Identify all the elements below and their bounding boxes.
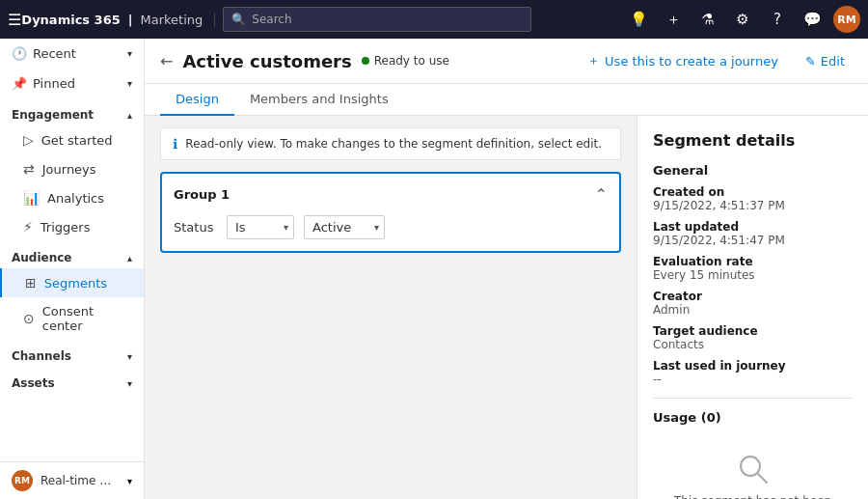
triggers-label: Triggers [41, 220, 91, 235]
readonly-notice-text: Read-only view. To make changes to the s… [185, 137, 602, 151]
svg-point-0 [741, 457, 760, 476]
assets-section[interactable]: Assets ▾ [0, 367, 144, 394]
creator-value: Admin [653, 303, 853, 317]
plus-journey-icon: ＋ [587, 52, 600, 69]
target-audience-value: Contacts [653, 338, 853, 351]
sidebar-item-journeys[interactable]: ⇄ Journeys [0, 154, 144, 183]
brand-sep: | [128, 13, 133, 27]
segment-details-title: Segment details [653, 131, 853, 150]
last-updated-value: 9/15/2022, 4:51:47 PM [653, 234, 853, 247]
analytics-icon: 📊 [23, 190, 40, 206]
status-dot [362, 57, 369, 65]
last-used-field: Last used in journey -- [653, 359, 853, 386]
brand-d365: Dynamics 365 [21, 13, 120, 27]
audience-label: Audience [12, 251, 71, 264]
value-select[interactable]: Active Inactive [304, 215, 385, 239]
help-icon[interactable]: ? [764, 6, 791, 33]
last-updated-label: Last updated [653, 220, 853, 234]
tab-design[interactable]: Design [160, 84, 234, 116]
general-section: General Created on 9/15/2022, 4:51:37 PM… [653, 163, 853, 386]
main-layout: 🕐 Recent ▾ 📌 Pinned ▾ Engagement ▴ ▷ Get… [0, 39, 868, 499]
divider [653, 398, 853, 399]
svg-line-1 [758, 474, 767, 483]
engagement-label: Engagement [12, 108, 94, 122]
last-used-label: Last used in journey [653, 359, 853, 373]
pin-icon: 📌 [12, 76, 27, 91]
top-nav: ☰ Dynamics 365 | Marketing 🔍 Search 💡 ＋ … [0, 0, 868, 39]
status-text: Ready to use [374, 54, 449, 68]
sidebar-recent[interactable]: 🕐 Recent ▾ [0, 39, 144, 69]
sidebar-bottom-brand[interactable]: RM Real-time marketi... ▾ [0, 461, 144, 499]
group-header: Group 1 ⌃ [174, 185, 608, 204]
group-collapse-icon[interactable]: ⌃ [595, 185, 608, 204]
get-started-icon: ▷ [23, 132, 34, 148]
operator-select[interactable]: Is Is not [227, 215, 294, 239]
edit-label: Edit [821, 54, 845, 69]
back-button[interactable]: ← [160, 52, 173, 70]
segments-label: Segments [44, 276, 107, 291]
tab-members-insights[interactable]: Members and Insights [234, 84, 404, 116]
edit-icon: ✎ [805, 54, 816, 69]
search-placeholder: Search [252, 13, 291, 26]
evaluation-rate-value: Every 15 minutes [653, 268, 853, 282]
sidebar-item-analytics[interactable]: 📊 Analytics [0, 183, 144, 212]
use-journey-label: Use this to create a journey [605, 54, 778, 69]
sidebar-item-get-started[interactable]: ▷ Get started [0, 125, 144, 154]
consent-center-label: Consent center [42, 304, 132, 333]
content-area: ← Active customers Ready to use ＋ Use th… [145, 39, 868, 499]
top-nav-icons: 💡 ＋ ⚗ ⚙ ? 💬 RM [625, 6, 860, 33]
sidebar-pinned[interactable]: 📌 Pinned ▾ [0, 69, 144, 98]
usage-empty-text: This segment has not been used in journe… [661, 494, 845, 499]
right-panel: Segment details General Created on 9/15/… [637, 116, 868, 499]
general-title: General [653, 163, 853, 178]
channels-chevron-icon: ▾ [127, 351, 132, 362]
recent-label: Recent [33, 46, 76, 61]
search-bar[interactable]: 🔍 Search [223, 7, 531, 32]
pinned-chevron-icon: ▾ [127, 78, 132, 89]
tabs-bar: Design Members and Insights [145, 84, 868, 116]
last-used-value: -- [653, 373, 853, 386]
get-started-label: Get started [41, 133, 113, 148]
sidebar-item-consent-center[interactable]: ⊙ Consent center [0, 297, 144, 340]
creator-label: Creator [653, 290, 853, 303]
use-journey-button[interactable]: ＋ Use this to create a journey [580, 48, 786, 73]
channels-section[interactable]: Channels ▾ [0, 340, 144, 367]
segment-body: ℹ Read-only view. To make changes to the… [145, 116, 868, 499]
journeys-label: Journeys [42, 162, 96, 177]
last-updated-field: Last updated 9/15/2022, 4:51:47 PM [653, 220, 853, 247]
settings-icon[interactable]: ⚙ [729, 6, 756, 33]
page-title: Active customers [182, 51, 351, 71]
operator-select-wrapper: Is Is not [227, 215, 294, 239]
readonly-notice: ℹ Read-only view. To make changes to the… [160, 127, 621, 160]
edit-button[interactable]: ✎ Edit [798, 50, 853, 72]
chat-icon[interactable]: 💬 [799, 6, 826, 33]
rm-avatar: RM [12, 470, 33, 491]
sidebar-bottom-chevron-icon: ▾ [127, 476, 132, 486]
journeys-icon: ⇄ [23, 161, 35, 177]
segments-icon: ⊞ [25, 275, 37, 291]
group-title: Group 1 [174, 187, 230, 202]
lightbulb-icon[interactable]: 💡 [625, 6, 652, 33]
page-header: ← Active customers Ready to use ＋ Use th… [145, 39, 868, 84]
channels-label: Channels [12, 349, 71, 363]
consent-icon: ⊙ [23, 311, 35, 326]
sidebar: 🕐 Recent ▾ 📌 Pinned ▾ Engagement ▴ ▷ Get… [0, 39, 145, 499]
engagement-chevron-icon: ▴ [127, 110, 132, 121]
audience-section[interactable]: Audience ▴ [0, 241, 144, 268]
condition-label: Status [174, 220, 217, 235]
search-empty-icon [736, 452, 771, 486]
sidebar-item-triggers[interactable]: ⚡ Triggers [0, 212, 144, 241]
group-box: Group 1 ⌃ Status Is Is not [160, 172, 621, 253]
triggers-icon: ⚡ [23, 219, 33, 235]
usage-title: Usage (0) [653, 410, 853, 425]
condition-row: Status Is Is not Active Inactive [174, 215, 608, 239]
assets-label: Assets [12, 376, 55, 390]
user-avatar[interactable]: RM [833, 6, 860, 33]
info-icon: ℹ [173, 136, 177, 152]
plus-icon[interactable]: ＋ [660, 6, 687, 33]
engagement-section[interactable]: Engagement ▴ [0, 98, 144, 125]
sidebar-bottom-label: Real-time marketi... [41, 474, 120, 487]
sidebar-item-segments[interactable]: ⊞ Segments [0, 268, 144, 297]
filter-icon[interactable]: ⚗ [694, 6, 721, 33]
hamburger-icon[interactable]: ☰ [8, 11, 21, 29]
